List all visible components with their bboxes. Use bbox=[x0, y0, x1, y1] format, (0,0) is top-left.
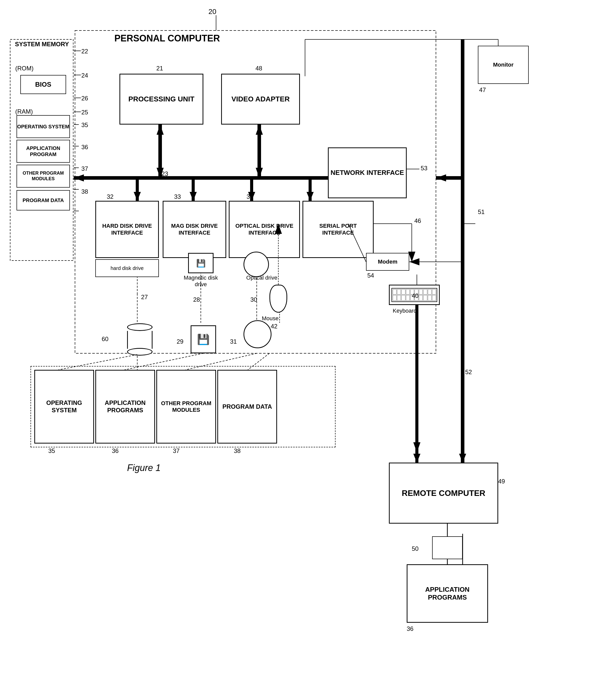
rom-label: (ROM) bbox=[15, 65, 34, 72]
ref-49: 49 bbox=[498, 478, 505, 485]
keyboard-label: Keyboard bbox=[393, 308, 416, 314]
hard-disk-icon bbox=[125, 323, 155, 356]
svg-marker-30 bbox=[306, 192, 314, 201]
network-interface-box: NETWORK INTERFACE bbox=[328, 147, 407, 198]
svg-marker-19 bbox=[256, 124, 263, 135]
svg-marker-37 bbox=[436, 174, 446, 182]
svg-marker-81 bbox=[409, 258, 420, 265]
ref-25: 25 bbox=[81, 109, 88, 116]
serial-port-interface-box: SERIAL PORT INTERFACE bbox=[302, 201, 374, 258]
svg-marker-41 bbox=[408, 252, 415, 262]
optical-disk-drive-interface-box: OPTICAL DISK DRIVE INTERFACE bbox=[229, 201, 300, 258]
ref-38-top: 38 bbox=[81, 188, 88, 195]
application-programs-bot-box: APPLICATION PROGRAMS bbox=[95, 370, 155, 444]
ram-label: (RAM) bbox=[15, 108, 33, 115]
pc-label: PERSONAL COMPUTER bbox=[114, 33, 220, 44]
hard-disk-drive-interface-box: HARD DISK DRIVE INTERFACE bbox=[95, 201, 159, 258]
ref-29: 29 bbox=[177, 338, 184, 345]
optical-disk-icon-lower bbox=[244, 320, 272, 348]
ref-47: 47 bbox=[479, 87, 486, 94]
processing-unit-box: PROCESSING UNIT bbox=[119, 74, 203, 124]
ref-30: 30 bbox=[250, 296, 257, 303]
modem-box: Modem bbox=[366, 253, 409, 271]
ref-37-bot: 37 bbox=[173, 447, 180, 454]
ref-54: 54 bbox=[367, 272, 374, 279]
ref-28: 28 bbox=[193, 296, 200, 303]
remote-computer-box: REMOTE COMPUTER bbox=[389, 463, 498, 523]
monitor-box: Monitor bbox=[478, 46, 529, 84]
other-program-modules-top-box: OTHER PROGRAM MODULES bbox=[16, 165, 70, 188]
program-data-bot-box: PROGRAM DATA bbox=[217, 370, 277, 444]
svg-marker-77 bbox=[459, 454, 466, 463]
ref50-box bbox=[432, 536, 462, 559]
bios-box: BIOS bbox=[20, 75, 66, 94]
program-data-top-box: PROGRAM DATA bbox=[16, 190, 70, 210]
mag-disk-drive-interface-box: MAG DISK DRIVE INTERFACE bbox=[163, 201, 226, 258]
ref-38-bot: 38 bbox=[234, 447, 241, 454]
ref-36-top: 36 bbox=[81, 144, 88, 151]
floppy-disk-icon: 💾 bbox=[191, 326, 216, 353]
application-program-box: APPLICATION PROGRAM bbox=[16, 140, 70, 163]
ref-20: 20 bbox=[208, 8, 216, 16]
svg-marker-75 bbox=[413, 454, 421, 463]
application-programs-bot2-box: APPLICATION PROGRAMS bbox=[407, 564, 488, 623]
ref-48: 48 bbox=[255, 65, 262, 72]
ref-35-top: 35 bbox=[81, 121, 88, 129]
ref-35-bot: 35 bbox=[48, 447, 55, 454]
ref-36-bot2: 36 bbox=[407, 625, 413, 633]
system-memory-label: SYSTEM MEMORY bbox=[13, 41, 71, 48]
svg-marker-26 bbox=[190, 192, 197, 201]
ref-52: 52 bbox=[465, 368, 472, 376]
ref-40: 40 bbox=[412, 292, 418, 299]
ref-23: 23 bbox=[161, 170, 168, 178]
ref-53: 53 bbox=[421, 165, 428, 172]
mouse-label: Mouse bbox=[262, 315, 279, 322]
svg-marker-47 bbox=[413, 442, 421, 452]
ref-42: 42 bbox=[271, 323, 278, 330]
ref-31: 31 bbox=[230, 338, 237, 345]
operating-system-bot-box: OPERATING SYSTEM bbox=[34, 370, 94, 444]
ref-51: 51 bbox=[478, 208, 485, 215]
ref-32: 32 bbox=[107, 193, 114, 200]
hard-disk-drive-box: hard disk drive bbox=[95, 259, 159, 277]
magnetic-disk-drive-label: Magnetic disk drive bbox=[181, 274, 221, 288]
ref-22: 22 bbox=[81, 48, 88, 55]
ref-24: 24 bbox=[81, 72, 88, 79]
svg-marker-14 bbox=[74, 174, 84, 182]
ref-50: 50 bbox=[412, 545, 418, 552]
ref-60: 60 bbox=[102, 336, 108, 343]
other-program-modules-bot-box: OTHER PROGRAM MODULES bbox=[156, 370, 216, 444]
figure-caption: Figure 1 bbox=[127, 463, 161, 473]
video-adapter-box: VIDEO ADAPTER bbox=[221, 74, 300, 124]
svg-marker-24 bbox=[134, 192, 141, 201]
mouse-icon bbox=[269, 285, 287, 313]
ref-34: 34 bbox=[247, 193, 253, 200]
ref-21: 21 bbox=[156, 65, 163, 72]
ref-36-bot: 36 bbox=[112, 447, 119, 454]
svg-marker-20 bbox=[256, 168, 263, 178]
ref-37-top: 37 bbox=[81, 165, 88, 172]
ref-46: 46 bbox=[414, 217, 421, 224]
svg-marker-17 bbox=[157, 124, 164, 135]
ref-26: 26 bbox=[81, 95, 88, 102]
optical-drive-icon bbox=[244, 252, 269, 277]
ref-33: 33 bbox=[174, 193, 181, 200]
mag-disk-icon: 💾 bbox=[188, 253, 213, 273]
ref-27: 27 bbox=[141, 294, 148, 301]
operating-system-top-box: OPERATING SYSTEM bbox=[16, 115, 70, 138]
